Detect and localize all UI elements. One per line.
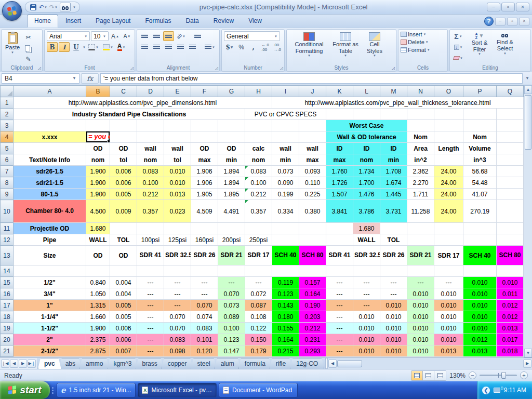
cell-K9[interactable]: 1.507 xyxy=(326,189,353,200)
cell-N4[interactable]: Nom xyxy=(407,131,434,143)
cell-D15[interactable]: --- xyxy=(137,277,164,288)
cell-I15[interactable]: 0.119 xyxy=(272,277,299,288)
cell-M5[interactable]: ID xyxy=(380,143,407,154)
fill-color-button[interactable]: ▼ xyxy=(101,42,115,52)
cell-K18[interactable]: --- xyxy=(326,311,353,323)
cell-P5[interactable]: Volume xyxy=(463,143,497,154)
cell[interactable] xyxy=(110,265,137,277)
cell-H7[interactable]: 0.083 xyxy=(245,166,272,177)
bold-button[interactable]: B xyxy=(47,42,58,52)
close-button[interactable]: × xyxy=(516,3,529,11)
cell-J9[interactable]: 0.225 xyxy=(299,189,326,200)
cell-B12[interactable]: WALL xyxy=(86,234,110,246)
cell-K3[interactable]: Worst Case xyxy=(326,120,407,131)
cell-Q18[interactable]: 0.012 xyxy=(497,311,524,323)
sheet-tab-brass[interactable]: brass xyxy=(136,358,163,369)
cell-I21[interactable]: 0.215 xyxy=(272,345,299,357)
cell[interactable] xyxy=(497,131,524,143)
cell-I18[interactable]: 0.180 xyxy=(272,311,299,323)
cell-L7[interactable]: 1.734 xyxy=(353,166,380,177)
sheet-tab-rifle[interactable]: rifle xyxy=(270,358,292,369)
cell-G19[interactable]: 0.100 xyxy=(218,323,245,334)
cell-D21[interactable]: --- xyxy=(137,345,164,357)
last-sheet-button[interactable]: ▶❘ xyxy=(28,360,36,368)
cell-L16[interactable]: --- xyxy=(353,288,380,300)
cell-A7[interactable]: sdr26-1.5 xyxy=(14,166,86,177)
cell[interactable] xyxy=(299,265,326,277)
font-color-button[interactable]: A▼ xyxy=(116,42,127,52)
cell-E18[interactable]: 0.070 xyxy=(164,311,191,323)
cell-Q13[interactable]: SCH 80 xyxy=(497,246,524,265)
cell[interactable] xyxy=(137,265,164,277)
delete-cells-button[interactable]: Delete▼ xyxy=(401,39,445,45)
tab-review[interactable]: Review xyxy=(206,15,241,28)
grow-font-button[interactable]: A▲ xyxy=(110,31,121,41)
merge-center-button[interactable]: ▼ xyxy=(203,42,217,52)
row-header-2[interactable]: 2 xyxy=(1,109,14,120)
cell-L20[interactable]: 0.010 xyxy=(353,334,380,345)
cell[interactable] xyxy=(434,265,463,277)
column-header-N[interactable]: N xyxy=(407,86,434,97)
cell-F5[interactable]: OD xyxy=(191,143,218,154)
cell-E17[interactable]: --- xyxy=(164,300,191,311)
font-size-select[interactable]: 10▼ xyxy=(91,31,109,41)
spreadsheet-grid[interactable]: ABCDEFGHIJKLMNOPQ1http://www.apiplastics… xyxy=(0,85,524,357)
cell-H13[interactable]: SDR 17 xyxy=(245,246,272,265)
cell[interactable] xyxy=(497,177,524,189)
number-format-select[interactable]: General▼ xyxy=(224,31,280,41)
find-button[interactable] xyxy=(60,3,71,11)
cell-E8[interactable]: 0.010 xyxy=(164,177,191,189)
cell-G5[interactable]: OD xyxy=(218,143,245,154)
taskbar-item-internet-explorer[interactable]: e 1.5 inch sdr 21 - Win... xyxy=(57,383,136,397)
column-header-E[interactable]: E xyxy=(164,86,191,97)
cell[interactable] xyxy=(137,223,164,234)
cell[interactable] xyxy=(245,120,272,131)
cell-K13[interactable]: SDR 41 xyxy=(326,246,353,265)
orientation-button[interactable]: ab▼ xyxy=(175,31,187,41)
cell[interactable] xyxy=(407,234,434,246)
clear-button[interactable]: ▼ xyxy=(452,53,464,63)
normal-view-button[interactable] xyxy=(411,371,423,380)
percent-button[interactable]: % xyxy=(236,42,247,52)
italic-button[interactable]: I xyxy=(59,42,70,52)
cell-J7[interactable]: 0.093 xyxy=(299,166,326,177)
find-select-button[interactable]: Find & Select ▼ xyxy=(493,31,517,57)
cell-P16[interactable]: 0.010 xyxy=(463,288,497,300)
cell[interactable] xyxy=(191,120,218,131)
scroll-down-icon[interactable]: ▼ xyxy=(524,349,532,357)
cell-J19[interactable]: 0.212 xyxy=(299,323,326,334)
underline-button[interactable]: U xyxy=(71,42,82,52)
vertical-scrollbar[interactable]: ▲ ▼ xyxy=(524,85,532,357)
help-button[interactable]: ? xyxy=(484,17,494,26)
cell-C16[interactable]: 0.004 xyxy=(110,288,137,300)
zoom-in-button[interactable]: + xyxy=(520,371,528,379)
cell-G13[interactable]: SDR 21 xyxy=(218,246,245,265)
cell-M13[interactable]: SDR 26 xyxy=(380,246,407,265)
cell[interactable] xyxy=(407,223,434,234)
cell-B9[interactable]: 1.900 xyxy=(86,189,110,200)
align-left-button[interactable] xyxy=(139,42,150,52)
page-break-view-button[interactable] xyxy=(434,371,446,380)
cell-P10[interactable]: 270.19 xyxy=(463,200,497,223)
row-header-19[interactable]: 19 xyxy=(1,323,14,334)
redo-button[interactable]: ↷▼ xyxy=(49,3,58,11)
cell-J21[interactable]: 0.293 xyxy=(299,345,326,357)
cell-D9[interactable]: 0.212 xyxy=(137,189,164,200)
cell[interactable] xyxy=(299,223,326,234)
cell-L9[interactable]: 1.476 xyxy=(353,189,380,200)
cell-J6[interactable]: max xyxy=(299,154,326,166)
cell-K20[interactable]: --- xyxy=(326,334,353,345)
office-button[interactable] xyxy=(2,1,22,21)
row-header-8[interactable]: 8 xyxy=(1,177,14,189)
cell-Q15[interactable]: 0.010 xyxy=(497,277,524,288)
cell[interactable] xyxy=(110,120,137,131)
row-header-9[interactable]: 9 xyxy=(1,189,14,200)
cell-L6[interactable]: nom xyxy=(353,154,380,166)
cell-M20[interactable]: 0.010 xyxy=(380,334,407,345)
alignment-dialog-launcher-icon[interactable]: ◿ xyxy=(215,66,218,71)
name-box-dropdown-icon[interactable]: ▼ xyxy=(72,76,76,81)
comma-button[interactable]: , xyxy=(248,42,259,52)
cell-M16[interactable]: --- xyxy=(380,288,407,300)
cell-B11[interactable]: 1.680 xyxy=(86,223,110,234)
row-header-11[interactable]: 11 xyxy=(1,223,14,234)
